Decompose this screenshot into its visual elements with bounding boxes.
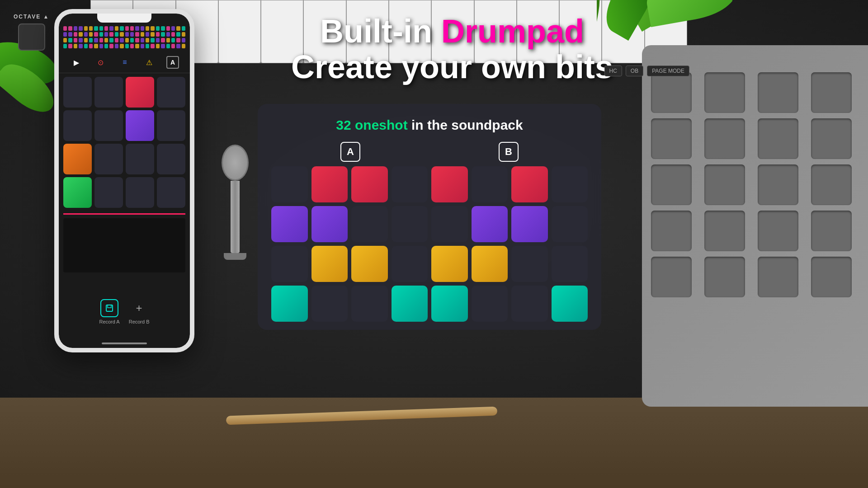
overlay-pad[interactable] [392,246,428,282]
seq-dot[interactable] [151,44,154,48]
record-settings-icon[interactable]: ⊙ [94,56,107,69]
overlay-pad[interactable] [351,206,388,242]
seq-dot[interactable] [151,32,154,37]
phone-pad[interactable] [126,177,154,208]
overlay-pad-purple[interactable] [311,206,348,242]
record-b-button[interactable]: + Record B [129,299,150,324]
dp-pad[interactable] [811,72,852,113]
seq-dot[interactable] [141,26,144,31]
dp-pad[interactable] [811,257,852,297]
seq-dot[interactable] [135,38,139,42]
overlay-pad[interactable] [351,286,388,322]
seq-dot[interactable] [161,38,165,42]
dp-pad[interactable] [704,72,745,113]
seq-dot[interactable] [99,44,103,48]
seq-dot[interactable] [84,26,88,31]
phone-pad-purple[interactable] [126,110,154,141]
seq-dot[interactable] [176,44,180,48]
overlay-pad[interactable] [392,166,428,202]
overlay-pad[interactable] [271,166,308,202]
seq-dot[interactable] [156,38,160,42]
overlay-pad[interactable] [472,286,508,322]
seq-dot[interactable] [89,32,93,37]
seq-dot[interactable] [109,38,113,42]
seq-dot[interactable] [176,26,180,31]
overlay-pad[interactable] [511,246,548,282]
seq-dot[interactable] [166,44,170,48]
octave-box[interactable] [18,23,45,51]
seq-dot[interactable] [125,38,129,42]
phone-pad[interactable] [126,144,154,174]
seq-dot[interactable] [151,38,154,42]
overlay-pad[interactable] [271,246,308,282]
overlay-pad[interactable] [431,206,468,242]
seq-dot[interactable] [99,26,103,31]
dp-pad[interactable] [704,257,745,297]
seq-dot[interactable] [182,26,185,31]
phone-pad[interactable] [157,110,185,141]
seq-dot[interactable] [109,44,113,48]
seq-dot[interactable] [120,26,123,31]
seq-dot[interactable] [146,26,149,31]
dp-pad[interactable] [758,211,798,251]
seq-dot[interactable] [74,38,77,42]
seq-dot[interactable] [104,38,108,42]
seq-dot[interactable] [135,32,139,37]
phone-pad[interactable] [157,77,185,108]
phone-pad[interactable] [157,177,185,208]
phone-pad-orange[interactable] [63,144,92,174]
seq-dot[interactable] [68,44,72,48]
seq-dot[interactable] [125,26,129,31]
phone-pad[interactable] [63,77,92,108]
overlay-pad-yellow[interactable] [431,246,468,282]
seq-dot[interactable] [171,38,175,42]
overlay-pad-teal[interactable] [271,286,308,322]
seq-dot[interactable] [89,38,93,42]
phone-pad[interactable] [157,144,185,174]
phone-pad[interactable] [94,110,123,141]
seq-dot[interactable] [161,44,165,48]
overlay-pad[interactable] [511,286,548,322]
seq-dot[interactable] [94,44,98,48]
overlay-pad[interactable] [552,246,588,282]
seq-dot[interactable] [89,26,93,31]
seq-dot[interactable] [79,38,82,42]
seq-dot[interactable] [74,44,77,48]
seq-dot[interactable] [63,38,67,42]
phone-pad[interactable] [63,110,92,141]
seq-dot[interactable] [89,44,93,48]
overlay-pad[interactable] [311,286,348,322]
plus-icon[interactable]: + [130,299,148,317]
overlay-pad[interactable] [552,166,588,202]
seq-dot[interactable] [120,44,123,48]
seq-dot[interactable] [115,38,118,42]
seq-dot[interactable] [109,32,113,37]
seq-dot[interactable] [84,32,88,37]
seq-dot[interactable] [104,44,108,48]
seq-dot[interactable] [130,44,134,48]
play-button[interactable]: ▶ [70,56,83,69]
seq-dot[interactable] [79,32,82,37]
seq-dot[interactable] [146,44,149,48]
overlay-pad-teal[interactable] [552,286,588,322]
seq-dot[interactable] [109,26,113,31]
record-a-icon[interactable] [100,299,118,317]
record-a-button[interactable]: Record A [99,299,119,324]
dp-pad[interactable] [758,72,798,113]
overlay-pad-purple[interactable] [511,206,548,242]
seq-dot[interactable] [115,26,118,31]
seq-dot[interactable] [130,32,134,37]
seq-dot[interactable] [120,32,123,37]
sequence-icon[interactable]: ≡ [118,56,132,69]
seq-dot[interactable] [115,44,118,48]
dp-pad[interactable] [811,118,852,159]
overlay-pad-pink[interactable] [311,166,348,202]
phone-pad[interactable] [94,144,123,174]
seq-dot[interactable] [130,38,134,42]
ob-mode-button[interactable]: OB [626,66,643,76]
seq-dot[interactable] [115,32,118,37]
seq-dot[interactable] [104,26,108,31]
seq-dot[interactable] [84,38,88,42]
seq-dot[interactable] [176,32,180,37]
seq-dot[interactable] [74,26,77,31]
